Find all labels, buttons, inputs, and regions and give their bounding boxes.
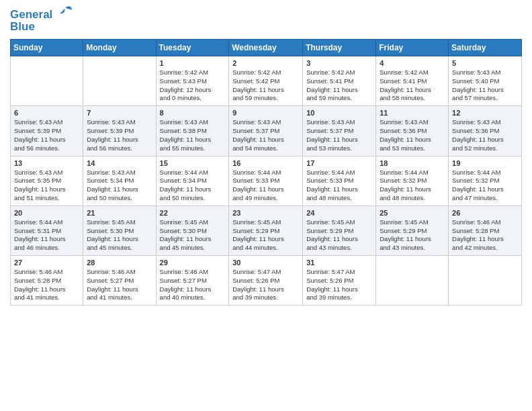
day-number: 18 <box>380 159 445 167</box>
calendar-cell: 4Sunrise: 5:42 AM Sunset: 5:41 PM Daylig… <box>376 56 449 106</box>
day-number: 8 <box>160 109 226 117</box>
day-number: 25 <box>380 209 445 217</box>
calendar-cell <box>11 56 83 106</box>
logo-blue: Blue <box>10 20 35 34</box>
cell-content: Sunrise: 5:42 AM Sunset: 5:41 PM Dayligh… <box>306 68 372 103</box>
cell-content: Sunrise: 5:43 AM Sunset: 5:34 PM Dayligh… <box>87 169 152 203</box>
calendar-week-4: 27Sunrise: 5:46 AM Sunset: 5:28 PM Dayli… <box>11 256 522 306</box>
cell-content: Sunrise: 5:44 AM Sunset: 5:32 PM Dayligh… <box>380 169 445 203</box>
day-number: 29 <box>160 259 226 267</box>
calendar-week-2: 13Sunrise: 5:43 AM Sunset: 5:35 PM Dayli… <box>11 156 522 205</box>
calendar-cell: 10Sunrise: 5:43 AM Sunset: 5:37 PM Dayli… <box>303 106 376 156</box>
day-number: 7 <box>87 109 152 117</box>
calendar-week-3: 20Sunrise: 5:44 AM Sunset: 5:31 PM Dayli… <box>11 205 522 255</box>
day-number: 31 <box>306 259 372 267</box>
day-number: 13 <box>14 159 79 167</box>
logo: General Blue <box>10 7 74 34</box>
day-number: 15 <box>160 159 226 167</box>
calendar-cell: 27Sunrise: 5:46 AM Sunset: 5:28 PM Dayli… <box>11 256 83 306</box>
calendar-cell: 20Sunrise: 5:44 AM Sunset: 5:31 PM Dayli… <box>11 205 83 255</box>
day-number: 17 <box>306 159 372 167</box>
logo-general: General <box>10 8 52 21</box>
day-number: 21 <box>87 209 152 217</box>
day-number: 23 <box>232 209 299 217</box>
day-number: 20 <box>14 209 79 217</box>
calendar-cell <box>449 256 522 306</box>
day-number: 27 <box>14 259 79 267</box>
cell-content: Sunrise: 5:44 AM Sunset: 5:34 PM Dayligh… <box>160 169 226 203</box>
calendar-cell: 3Sunrise: 5:42 AM Sunset: 5:41 PM Daylig… <box>303 56 376 106</box>
day-number: 4 <box>380 59 445 67</box>
cell-content: Sunrise: 5:43 AM Sunset: 5:38 PM Dayligh… <box>160 118 226 152</box>
cell-content: Sunrise: 5:43 AM Sunset: 5:39 PM Dayligh… <box>87 118 152 152</box>
page: General Blue SundayMondayTuesdayWednesda… <box>0 0 532 411</box>
calendar-table: SundayMondayTuesdayWednesdayThursdayFrid… <box>10 39 522 306</box>
col-header-friday: Friday <box>376 40 449 56</box>
cell-content: Sunrise: 5:45 AM Sunset: 5:29 PM Dayligh… <box>232 218 299 253</box>
day-number: 9 <box>232 109 299 117</box>
calendar-cell: 2Sunrise: 5:42 AM Sunset: 5:42 PM Daylig… <box>229 56 303 106</box>
col-header-monday: Monday <box>83 40 156 56</box>
cell-content: Sunrise: 5:43 AM Sunset: 5:37 PM Dayligh… <box>306 118 372 152</box>
day-number: 30 <box>232 259 299 267</box>
cell-content: Sunrise: 5:43 AM Sunset: 5:36 PM Dayligh… <box>380 118 445 152</box>
calendar-cell: 1Sunrise: 5:42 AM Sunset: 5:43 PM Daylig… <box>156 56 229 106</box>
cell-content: Sunrise: 5:46 AM Sunset: 5:27 PM Dayligh… <box>160 268 226 302</box>
calendar-cell: 8Sunrise: 5:43 AM Sunset: 5:38 PM Daylig… <box>156 106 229 156</box>
calendar-header-row: SundayMondayTuesdayWednesdayThursdayFrid… <box>11 40 522 56</box>
cell-content: Sunrise: 5:46 AM Sunset: 5:28 PM Dayligh… <box>452 218 518 253</box>
cell-content: Sunrise: 5:43 AM Sunset: 5:35 PM Dayligh… <box>14 169 79 203</box>
day-number: 28 <box>87 259 152 267</box>
day-number: 10 <box>306 109 372 117</box>
col-header-saturday: Saturday <box>449 40 522 56</box>
calendar-cell: 26Sunrise: 5:46 AM Sunset: 5:28 PM Dayli… <box>449 205 522 255</box>
calendar-cell: 25Sunrise: 5:45 AM Sunset: 5:29 PM Dayli… <box>376 205 449 255</box>
day-number: 14 <box>87 159 152 167</box>
logo-bird-icon <box>55 4 74 23</box>
calendar-cell: 22Sunrise: 5:45 AM Sunset: 5:30 PM Dayli… <box>156 205 229 255</box>
calendar-cell: 14Sunrise: 5:43 AM Sunset: 5:34 PM Dayli… <box>83 156 156 205</box>
col-header-sunday: Sunday <box>11 40 83 56</box>
calendar-cell: 12Sunrise: 5:43 AM Sunset: 5:36 PM Dayli… <box>449 106 522 156</box>
cell-content: Sunrise: 5:46 AM Sunset: 5:27 PM Dayligh… <box>87 268 152 302</box>
calendar-cell: 28Sunrise: 5:46 AM Sunset: 5:27 PM Dayli… <box>83 256 156 306</box>
calendar-cell: 29Sunrise: 5:46 AM Sunset: 5:27 PM Dayli… <box>156 256 229 306</box>
cell-content: Sunrise: 5:44 AM Sunset: 5:33 PM Dayligh… <box>306 169 372 203</box>
cell-content: Sunrise: 5:43 AM Sunset: 5:40 PM Dayligh… <box>452 68 518 103</box>
day-number: 5 <box>452 59 518 67</box>
cell-content: Sunrise: 5:44 AM Sunset: 5:31 PM Dayligh… <box>14 218 79 253</box>
cell-content: Sunrise: 5:43 AM Sunset: 5:37 PM Dayligh… <box>232 118 299 152</box>
header: General Blue <box>10 7 522 34</box>
cell-content: Sunrise: 5:42 AM Sunset: 5:41 PM Dayligh… <box>380 68 445 103</box>
calendar-cell <box>83 56 156 106</box>
cell-content: Sunrise: 5:47 AM Sunset: 5:26 PM Dayligh… <box>232 268 299 302</box>
calendar-cell: 24Sunrise: 5:45 AM Sunset: 5:29 PM Dayli… <box>303 205 376 255</box>
cell-content: Sunrise: 5:43 AM Sunset: 5:36 PM Dayligh… <box>452 118 518 152</box>
calendar-cell: 13Sunrise: 5:43 AM Sunset: 5:35 PM Dayli… <box>11 156 83 205</box>
cell-content: Sunrise: 5:46 AM Sunset: 5:28 PM Dayligh… <box>14 268 79 302</box>
calendar-cell: 15Sunrise: 5:44 AM Sunset: 5:34 PM Dayli… <box>156 156 229 205</box>
day-number: 3 <box>306 59 372 67</box>
day-number: 19 <box>452 159 518 167</box>
calendar-week-1: 6Sunrise: 5:43 AM Sunset: 5:39 PM Daylig… <box>11 106 522 156</box>
day-number: 6 <box>14 109 79 117</box>
col-header-wednesday: Wednesday <box>229 40 303 56</box>
calendar-cell: 31Sunrise: 5:47 AM Sunset: 5:26 PM Dayli… <box>303 256 376 306</box>
cell-content: Sunrise: 5:44 AM Sunset: 5:33 PM Dayligh… <box>232 169 299 203</box>
calendar-cell: 19Sunrise: 5:44 AM Sunset: 5:32 PM Dayli… <box>449 156 522 205</box>
col-header-tuesday: Tuesday <box>156 40 229 56</box>
cell-content: Sunrise: 5:42 AM Sunset: 5:43 PM Dayligh… <box>160 68 226 103</box>
day-number: 22 <box>160 209 226 217</box>
cell-content: Sunrise: 5:45 AM Sunset: 5:30 PM Dayligh… <box>87 218 152 253</box>
day-number: 2 <box>232 59 299 67</box>
cell-content: Sunrise: 5:45 AM Sunset: 5:29 PM Dayligh… <box>306 218 372 253</box>
calendar-cell: 7Sunrise: 5:43 AM Sunset: 5:39 PM Daylig… <box>83 106 156 156</box>
day-number: 12 <box>452 109 518 117</box>
calendar-cell: 17Sunrise: 5:44 AM Sunset: 5:33 PM Dayli… <box>303 156 376 205</box>
calendar-cell: 6Sunrise: 5:43 AM Sunset: 5:39 PM Daylig… <box>11 106 83 156</box>
calendar-cell: 23Sunrise: 5:45 AM Sunset: 5:29 PM Dayli… <box>229 205 303 255</box>
day-number: 16 <box>232 159 299 167</box>
cell-content: Sunrise: 5:43 AM Sunset: 5:39 PM Dayligh… <box>14 118 79 152</box>
calendar-cell: 21Sunrise: 5:45 AM Sunset: 5:30 PM Dayli… <box>83 205 156 255</box>
calendar-cell: 16Sunrise: 5:44 AM Sunset: 5:33 PM Dayli… <box>229 156 303 205</box>
